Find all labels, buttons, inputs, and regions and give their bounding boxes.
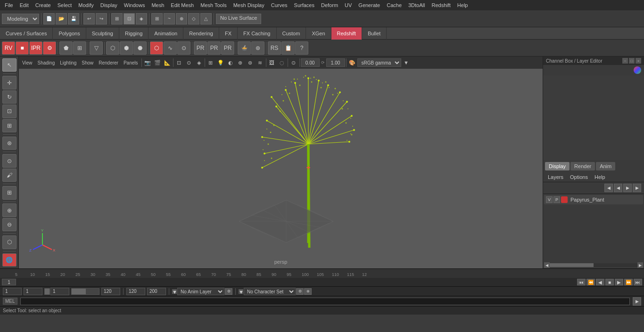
start-frame-field[interactable] xyxy=(3,288,22,295)
sub-layers[interactable]: Layers xyxy=(546,173,565,181)
frame-field-3[interactable] xyxy=(50,288,69,295)
play-fwd-btn[interactable]: ▶ xyxy=(615,279,623,285)
shelf-btn-20[interactable]: 📋 xyxy=(281,41,295,55)
vp-panels-menu[interactable]: Panels xyxy=(121,60,140,66)
menu-help[interactable]: Help xyxy=(454,1,471,9)
play-back-btn[interactable]: ◀ xyxy=(596,279,604,285)
panel-minimize-btn[interactable]: − xyxy=(622,58,628,64)
panel-close-btn[interactable]: × xyxy=(636,58,641,64)
scroll-thumb[interactable] xyxy=(550,263,594,267)
scale-tool-btn[interactable]: ⊡ xyxy=(2,105,17,118)
shelf-btn-13[interactable]: ⊙ xyxy=(177,41,190,55)
tab-bullet[interactable]: Bullet xyxy=(362,27,387,40)
tab-xgen[interactable]: XGen xyxy=(306,27,331,40)
prev-frame-btn[interactable]: ⏪ xyxy=(586,279,595,285)
layer-move-down-btn[interactable]: ▶ xyxy=(623,184,632,192)
go-end-btn[interactable]: ⏭ xyxy=(634,279,642,285)
shelf-btn-3[interactable]: IPR xyxy=(29,41,42,55)
end-frame-field[interactable] xyxy=(101,288,120,295)
playback-end-field[interactable] xyxy=(147,288,166,295)
colorspace-arrow[interactable]: ▼ xyxy=(402,58,411,67)
shelf-btn-18[interactable]: ⊛ xyxy=(251,41,264,55)
snap-live-btn[interactable]: △ xyxy=(200,13,212,24)
shelf-btn-1[interactable]: RV xyxy=(2,41,15,55)
menu-windows[interactable]: Windows xyxy=(121,1,148,9)
scroll-track[interactable] xyxy=(550,263,637,267)
shelf-btn-11[interactable]: ⬡ xyxy=(150,41,163,55)
menu-file[interactable]: File xyxy=(2,1,16,9)
vp-shading-menu[interactable]: Shading xyxy=(35,60,58,66)
scroll-right-btn[interactable]: ▶ xyxy=(637,262,643,268)
shelf-btn-15[interactable]: PR xyxy=(207,41,221,55)
menu-edit[interactable]: Edit xyxy=(17,1,32,9)
panel-maximize-btn[interactable]: □ xyxy=(629,58,635,64)
command-input[interactable] xyxy=(20,298,630,305)
anim-layer-dropdown[interactable]: No Anim Layer xyxy=(177,288,224,295)
tab-anim[interactable]: Anim xyxy=(596,162,615,170)
shelf-btn-12[interactable]: ∿ xyxy=(164,41,177,55)
layer-delete-btn[interactable]: ▶ xyxy=(633,184,641,192)
tab-rendering[interactable]: Rendering xyxy=(183,27,219,40)
sub-help[interactable]: Help xyxy=(593,173,607,181)
snap-mode2-btn[interactable]: ⊖ xyxy=(2,218,17,231)
next-frame-btn[interactable]: ⏩ xyxy=(624,279,633,285)
shelf-btn-7[interactable]: ▽ xyxy=(90,41,103,55)
shelf-btn-2[interactable]: ■ xyxy=(16,41,29,55)
select-mode-btn[interactable]: ⊞ xyxy=(111,13,123,24)
grid-icon[interactable]: ⊞ xyxy=(206,58,215,67)
char-set-arrow[interactable]: ▼ xyxy=(239,289,243,294)
current-frame-field[interactable] xyxy=(2,279,16,285)
snap-mode-btn[interactable]: ⊕ xyxy=(2,203,17,217)
shelf-btn-10[interactable]: ⬣ xyxy=(133,41,147,55)
tab-animation[interactable]: Animation xyxy=(149,27,183,40)
tab-custom[interactable]: Custom xyxy=(277,27,306,40)
range-end-field[interactable] xyxy=(126,288,145,295)
shelf-btn-21[interactable]: ? xyxy=(295,41,308,55)
layer-create-btn[interactable]: ◀ xyxy=(604,184,613,192)
frame-slider-thumb[interactable] xyxy=(44,288,50,295)
workspace-dropdown[interactable]: Modeling xyxy=(2,14,39,24)
menu-mesh-tools[interactable]: Mesh Tools xyxy=(198,1,229,9)
film-icon[interactable]: 🎬 xyxy=(153,58,162,67)
show-manip-btn[interactable]: ⊞ xyxy=(2,186,17,199)
no-live-surface-btn[interactable]: No Live Surface xyxy=(216,14,261,24)
anim-layer-settings-btn[interactable]: ⚙ xyxy=(225,288,232,295)
shelf-btn-9[interactable]: ⬢ xyxy=(120,41,133,55)
char-set-extra-btn[interactable]: ⊕ xyxy=(304,288,312,295)
shelf-btn-16[interactable]: PR xyxy=(221,41,234,55)
save-scene-btn[interactable]: 💾 xyxy=(68,13,79,24)
menu-mesh-display[interactable]: Mesh Display xyxy=(231,1,267,9)
vp-lighting-menu[interactable]: Lighting xyxy=(58,60,79,66)
tab-fx[interactable]: FX xyxy=(219,27,238,40)
move-tool-btn[interactable]: ✛ xyxy=(2,76,17,89)
textured-icon[interactable]: ◈ xyxy=(194,58,204,67)
menu-edit-mesh[interactable]: Edit Mesh xyxy=(168,1,197,9)
vp-view-menu[interactable]: View xyxy=(20,60,35,66)
char-set-dropdown[interactable]: No Character Set xyxy=(244,288,296,295)
command-exec-btn[interactable]: ▶ xyxy=(633,297,641,306)
shelf-btn-19[interactable]: RS xyxy=(268,41,281,55)
snap-surface-btn[interactable]: ◇ xyxy=(188,13,199,24)
layer-color-swatch[interactable] xyxy=(561,196,568,203)
tab-render[interactable]: Render xyxy=(570,162,595,170)
anim-layer-arrow[interactable]: ▼ xyxy=(172,289,177,294)
menu-cache[interactable]: Cache xyxy=(384,1,405,9)
menu-create[interactable]: Create xyxy=(33,1,54,9)
rotate-tool-btn[interactable]: ↻ xyxy=(2,90,17,104)
open-scene-btn[interactable]: 📂 xyxy=(56,13,67,24)
shelf-btn-17[interactable]: 🍲 xyxy=(238,41,251,55)
new-scene-btn[interactable]: 📄 xyxy=(43,13,55,24)
snap-grid-btn[interactable]: ⊞ xyxy=(151,13,163,24)
redo-btn[interactable]: ↪ xyxy=(96,13,107,24)
stop-btn[interactable]: ■ xyxy=(605,279,614,285)
shelf-btn-14[interactable]: PR xyxy=(194,41,207,55)
time-slider[interactable] xyxy=(71,288,99,295)
menu-3dtoall[interactable]: 3DtoAll xyxy=(405,1,428,9)
resolution-icon[interactable]: 📐 xyxy=(163,58,172,67)
smooth-icon[interactable]: ⊙ xyxy=(184,58,194,67)
shelf-btn-8[interactable]: ⬡ xyxy=(106,41,119,55)
shelf-btn-4[interactable]: ⚙ xyxy=(43,41,56,55)
sub-options[interactable]: Options xyxy=(568,173,590,181)
menu-modify[interactable]: Modify xyxy=(75,1,96,9)
menu-surfaces[interactable]: Surfaces xyxy=(291,1,317,9)
